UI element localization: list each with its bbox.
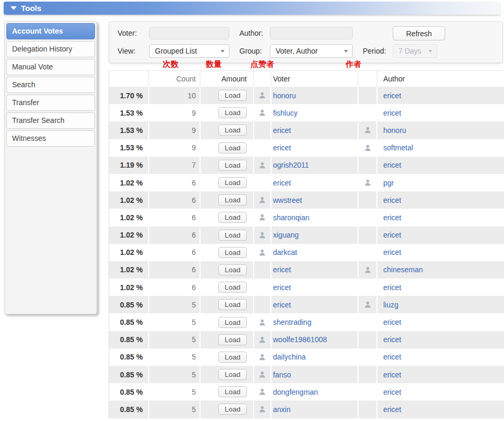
amount-cell: Load	[200, 209, 253, 226]
sidebar-item-witnesses[interactable]: Witnesses	[6, 130, 95, 147]
author-link[interactable]: honoru	[383, 126, 406, 135]
person-icon	[258, 371, 266, 378]
sidebar-item-transfer[interactable]: Transfer	[6, 95, 95, 111]
author-link[interactable]: chineseman	[383, 265, 423, 274]
load-button[interactable]: Load	[218, 264, 247, 275]
author-link[interactable]: ericet	[383, 161, 401, 169]
voter-link[interactable]: ericet	[273, 179, 291, 187]
author-link[interactable]: ericet	[383, 109, 401, 117]
sidebar-item-manual-vote[interactable]: Manual Vote	[6, 59, 95, 75]
voter-link[interactable]: wwstreet	[273, 196, 302, 204]
load-button[interactable]: Load	[218, 386, 247, 397]
author-link[interactable]: ericet	[383, 388, 401, 396]
author-icon-cell	[358, 191, 376, 209]
load-button[interactable]: Load	[218, 160, 247, 171]
author-link[interactable]: ericet	[383, 283, 401, 292]
voter-link[interactable]: ericet	[273, 265, 291, 274]
group-select[interactable]: Voter, Author	[270, 44, 353, 58]
sidebar-item-transfer-search[interactable]: Transfer Search	[6, 112, 95, 129]
collapse-caret-icon	[10, 6, 17, 10]
load-button[interactable]: Load	[218, 194, 247, 206]
author-icon-cell	[358, 87, 376, 104]
voter-link[interactable]: honoru	[273, 91, 296, 100]
author-link[interactable]: softmetal	[383, 143, 413, 152]
view-select[interactable]: Grouped List	[149, 44, 229, 58]
voter-icon-cell	[253, 348, 270, 366]
person-icon	[258, 213, 266, 221]
voter-cell: ericet	[270, 174, 358, 191]
annotation-author: 作者	[345, 59, 361, 69]
person-icon	[258, 196, 266, 204]
load-button[interactable]: Load	[218, 212, 247, 223]
author-link[interactable]: ericet	[383, 405, 401, 414]
voter-input[interactable]	[149, 27, 229, 39]
author-link[interactable]: ericet	[383, 196, 401, 204]
author-link[interactable]: ericet	[383, 248, 401, 256]
load-button[interactable]: Load	[218, 247, 247, 258]
load-button[interactable]: Load	[218, 317, 247, 328]
load-button[interactable]: Load	[218, 177, 247, 188]
group-label: Group:	[239, 44, 262, 58]
voter-link[interactable]: darkcat	[273, 248, 297, 256]
load-button[interactable]: Load	[218, 125, 247, 136]
voter-link[interactable]: fanso	[273, 371, 291, 379]
voter-link[interactable]: ericet	[273, 126, 291, 135]
person-icon	[258, 91, 266, 99]
voter-link[interactable]: dongfengman	[273, 388, 318, 396]
voter-link[interactable]: ericet	[273, 283, 291, 292]
voter-link[interactable]: ericet	[273, 301, 291, 309]
voter-link[interactable]: xiguang	[273, 231, 299, 239]
voter-link[interactable]: fishlucy	[273, 109, 298, 117]
author-link[interactable]: ericet	[383, 318, 401, 326]
sidebar-item-search[interactable]: Search	[6, 77, 95, 93]
author-link[interactable]: ericet	[383, 231, 401, 239]
voter-link[interactable]: ogrish2011	[273, 161, 309, 169]
author-input[interactable]	[270, 27, 353, 39]
author-cell: ericet	[376, 313, 504, 331]
author-link[interactable]: ericet	[383, 335, 401, 344]
header-title: Tools	[21, 4, 41, 13]
voter-link[interactable]: ericet	[273, 143, 291, 152]
load-button[interactable]: Load	[218, 404, 247, 415]
period-select: 7 Days	[393, 44, 437, 58]
amount-cell: Load	[200, 401, 253, 418]
load-button[interactable]: Load	[218, 142, 247, 153]
voter-link[interactable]: dailychina	[273, 353, 306, 361]
voter-link[interactable]: woolfe19861008	[273, 335, 327, 344]
author-link[interactable]: ericet	[383, 371, 401, 379]
vote-count: 6	[148, 227, 200, 244]
tools-header-bar[interactable]: Tools	[4, 2, 500, 15]
person-icon	[258, 319, 266, 326]
load-button[interactable]: Load	[218, 352, 247, 363]
amount-cell: Load	[200, 383, 253, 401]
vote-count: 7	[148, 157, 200, 174]
author-link[interactable]: pgr	[383, 179, 394, 187]
load-button[interactable]: Load	[218, 107, 247, 118]
sidebar-item-delegation-history[interactable]: Delegation History	[6, 41, 95, 57]
load-button[interactable]: Load	[218, 334, 247, 345]
vote-percent: 1.02 %	[109, 209, 148, 226]
sidebar-item-account-votes[interactable]: Account Votes	[6, 23, 95, 39]
author-link[interactable]: ericet	[383, 213, 401, 222]
load-button[interactable]: Load	[218, 369, 247, 380]
refresh-button[interactable]: Refresh	[393, 26, 445, 40]
voter-cell: ericet	[270, 261, 358, 279]
vote-count: 10	[148, 87, 200, 104]
load-button[interactable]: Load	[218, 282, 247, 293]
voter-cell: dailychina	[270, 348, 358, 366]
author-link[interactable]: liuzg	[383, 301, 398, 309]
voter-link[interactable]: shentrading	[273, 318, 311, 326]
voter-link[interactable]: sharonqian	[273, 213, 309, 222]
load-button[interactable]: Load	[218, 90, 247, 101]
table-row: 1.02 % 6 Load ericet ericet	[109, 279, 504, 296]
voter-cell: ericet	[270, 139, 358, 157]
author-cell: ericet	[376, 87, 504, 104]
voter-link[interactable]: anxin	[273, 405, 290, 414]
vote-count: 6	[148, 209, 200, 226]
author-label: Author:	[239, 26, 263, 40]
load-button[interactable]: Load	[218, 299, 247, 310]
author-link[interactable]: ericet	[383, 353, 401, 361]
load-button[interactable]: Load	[218, 230, 247, 241]
annotation-voter: 点赞者	[250, 59, 274, 69]
author-link[interactable]: ericet	[383, 91, 401, 100]
